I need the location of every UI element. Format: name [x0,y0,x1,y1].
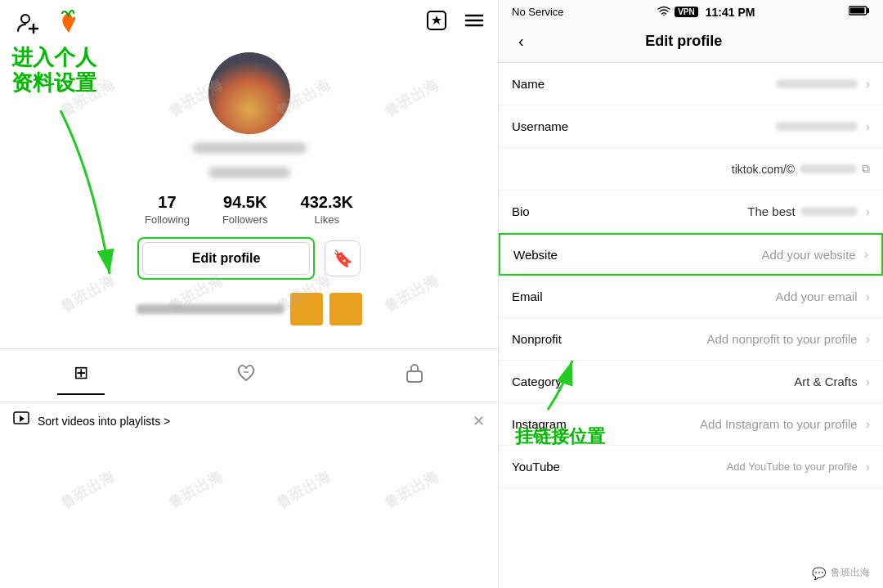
sort-videos-text[interactable]: Sort videos into playlists > [38,415,170,428]
top-nav-bar [0,0,498,46]
tiktok-url-text: tiktok.com/© [732,163,795,176]
tiktok-url-blurred [800,164,857,173]
bio-blurred [800,207,858,216]
svg-marker-14 [20,415,25,422]
stat-followers[interactable]: 94.5K Followers [222,193,268,226]
handle-blurred [208,167,290,178]
right-panel: No Service VPN 11:41 PM [499,0,883,588]
bottom-watermark: 💬 鲁班出海 [812,566,870,580]
website-chevron: › [864,247,868,262]
tab-private[interactable] [388,357,441,395]
annotation-enter-profile: 进入个人 资料设置 [11,45,96,96]
tiktok-url-value: tiktok.com/© ⧉ [732,162,870,176]
annotation-arrow [44,110,142,290]
bio-text: The best [747,204,795,218]
bio-chevron: › [866,204,870,219]
nonprofit-chevron: › [866,332,870,347]
form-row-name[interactable]: Name › [499,63,883,105]
name-chevron: › [866,77,870,92]
status-bar: No Service VPN 11:41 PM [499,0,883,22]
display-name-blurred [192,142,307,154]
svg-point-15 [663,15,665,16]
form-row-email[interactable]: Email Add your email › [499,276,883,318]
right-annotation-arrow [515,352,580,418]
category-chevron: › [866,375,870,389]
nonprofit-label: Nonprofit [512,332,585,346]
copy-icon[interactable]: ⧉ [862,162,870,176]
form-row-tiktok-url[interactable]: tiktok.com/© ⧉ [499,148,883,191]
name-value: › [776,77,870,92]
form-row-website[interactable]: Website Add your website › [499,233,883,276]
form-rows: Name › Username › tiktok.com/© ⧉ [499,63,883,588]
favorites-icon[interactable] [426,10,447,36]
category-text: Art & Crafts [794,375,858,388]
email-label: Email [512,290,585,303]
bio-label: Bio [512,204,585,218]
vpn-badge: VPN [675,7,698,17]
left-panel: 鲁班出海 鲁班出海 鲁班出海 鲁班出海 鲁班出海 鲁班出海 鲁班出海 鲁班出海 … [0,0,499,588]
right-nav-icons [426,10,485,36]
carrot-icon[interactable] [54,8,83,38]
lock-icon [405,362,424,388]
playlist-icon [13,411,29,431]
instagram-value: Add Instagram to your profile › [700,417,870,432]
followers-label: Followers [222,213,268,226]
likes-count: 432.3K [301,193,354,212]
username-blurred [776,122,858,131]
username-label: Username [512,119,585,133]
content-thumb-1 [290,293,323,325]
heart-broken-icon [235,362,257,388]
add-youtube-text: Add YouTube to your profile [727,460,858,473]
tab-liked[interactable] [219,357,273,395]
wifi-icon [657,6,670,18]
stat-following[interactable]: 17 Following [145,193,190,226]
battery-icon [849,5,870,19]
svg-point-0 [21,15,29,23]
add-website-text: Add your website [762,248,856,262]
wechat-icon: 💬 [812,567,826,580]
edit-profile-header: ‹ Edit profile [499,22,883,63]
svg-rect-18 [850,8,865,14]
right-annotation-text: 挂链接位置 [515,424,605,449]
form-row-youtube[interactable]: YouTube Add YouTube to your profile › [499,446,883,488]
following-label: Following [145,213,190,226]
form-row-username[interactable]: Username › [499,105,883,148]
add-email-text: Add your email [776,290,858,303]
following-count: 17 [158,193,176,212]
left-nav-icons [13,8,83,38]
website-value: Add your website › [762,247,868,262]
add-instagram-text: Add Instagram to your profile [700,417,858,431]
content-strips [0,293,498,325]
form-row-bio[interactable]: Bio The best › [499,191,883,233]
right-annotation-area: 挂链接位置 [515,352,605,449]
stat-likes[interactable]: 432.3K Likes [301,193,354,226]
sort-videos-banner: Sort videos into playlists > ✕ [0,402,498,439]
username-value: › [776,119,870,134]
youtube-value: Add YouTube to your profile › [727,460,870,474]
battery-area [849,5,870,19]
back-button[interactable]: ‹ [512,29,531,54]
grid-icon: ⊞ [74,362,88,384]
signal-status: No Service [512,6,564,18]
content-thumb-2 [329,293,362,325]
bookmark-button[interactable]: 🔖 [325,240,361,276]
likes-label: Likes [315,213,339,226]
svg-marker-4 [432,16,441,25]
svg-rect-17 [867,8,869,13]
profile-tabs: ⊞ [0,348,498,395]
username-chevron: › [866,119,870,134]
youtube-chevron: › [866,460,870,474]
status-time: 11:41 PM [706,6,755,19]
hamburger-menu-icon[interactable] [464,10,485,36]
email-chevron: › [866,290,870,304]
add-user-icon[interactable] [13,8,43,38]
name-blurred [776,79,858,88]
tab-videos[interactable]: ⊞ [57,357,105,395]
sort-banner-close[interactable]: ✕ [473,412,485,430]
category-value: Art & Crafts › [794,375,870,389]
edit-profile-button[interactable]: Edit profile [142,242,311,275]
website-label: Website [513,248,587,262]
svg-rect-12 [407,371,422,382]
watermark-text: 鲁班出海 [831,566,870,580]
add-nonprofit-text: Add nonprofit to your profile [706,332,857,346]
